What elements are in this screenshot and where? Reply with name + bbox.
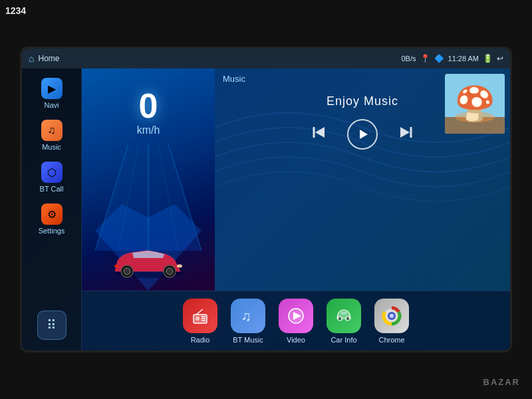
svg-point-36: [346, 317, 350, 321]
navi-icon: ▶: [41, 78, 63, 99]
home-icon: ⌂: [29, 53, 34, 64]
svg-point-19: [460, 87, 489, 108]
sidebar-item-music[interactable]: ♫ Music: [27, 116, 77, 155]
chrome-icon: [374, 299, 409, 333]
speedometer-panel: 0 km/h: [82, 68, 215, 291]
app-bt-music[interactable]: ♫ BT Music: [231, 299, 265, 344]
svg-point-18: [465, 86, 485, 99]
status-bar: ⌂ Home 0B/s 📍 🔷 11:28 AM 🔋 ↩: [22, 49, 510, 68]
sidebar-item-settings[interactable]: ⚙ Settings: [27, 200, 77, 239]
sidebar-music-label: Music: [42, 143, 61, 151]
svg-point-20: [455, 112, 495, 122]
apps-row: Radio ♫ BT Music: [82, 291, 510, 350]
app-radio[interactable]: Radio: [183, 299, 217, 344]
svg-marker-22: [315, 127, 325, 138]
bt-music-icon: ♫: [231, 299, 265, 333]
svg-point-16: [458, 87, 491, 111]
speed-data: 0B/s: [402, 55, 416, 63]
bt-icon: ⬡: [41, 162, 63, 183]
back-icon[interactable]: ↩: [497, 54, 503, 63]
svg-point-35: [338, 317, 342, 321]
status-left: ⌂ Home: [29, 53, 59, 64]
car-info-label: Car Info: [331, 336, 356, 344]
app-chrome[interactable]: Chrome: [374, 299, 409, 344]
svg-point-27: [196, 317, 200, 321]
gps-icon: 📍: [420, 54, 430, 63]
svg-point-40: [390, 314, 394, 318]
home-label: Home: [38, 54, 59, 63]
car-info-icon: [327, 299, 361, 333]
clock: 11:28 AM: [448, 55, 479, 63]
sidebar-bt-label: BT Call: [40, 185, 64, 193]
svg-line-31: [196, 309, 203, 315]
road-svg: [82, 144, 215, 251]
sidebar-bottom: ⠿: [37, 311, 66, 345]
svg-point-12: [114, 265, 118, 267]
svg-point-10: [166, 268, 173, 275]
svg-marker-25: [400, 127, 410, 138]
watermark: BAZAR: [483, 377, 521, 387]
top-row: 0 km/h: [82, 68, 510, 291]
battery-icon: 🔋: [483, 54, 493, 63]
sidebar-item-bt-call[interactable]: ⬡ BT Call: [27, 158, 77, 197]
play-button[interactable]: [347, 119, 378, 150]
status-right: 0B/s 📍 🔷 11:28 AM 🔋 ↩: [402, 54, 504, 63]
video-label: Video: [287, 336, 305, 344]
svg-point-11: [177, 265, 182, 268]
prev-button[interactable]: [310, 123, 329, 146]
sidebar-item-navi[interactable]: ▶ Navi: [27, 74, 77, 113]
car-screen: ⌂ Home 0B/s 📍 🔷 11:28 AM 🔋 ↩ ▶ Navi ♫ Mu…: [20, 47, 512, 352]
svg-rect-14: [445, 117, 505, 134]
bluetooth-icon: 🔷: [434, 54, 444, 63]
app-car-info[interactable]: Car Info: [327, 299, 361, 344]
sidebar-navi-label: Navi: [44, 101, 59, 109]
music-panel: Music: [215, 68, 510, 291]
app-video[interactable]: Video: [279, 299, 313, 344]
next-button[interactable]: [396, 123, 415, 146]
music-icon: ♫: [41, 120, 63, 141]
album-art: [445, 74, 505, 134]
svg-marker-23: [360, 130, 368, 139]
speed-value: 0: [139, 88, 158, 123]
svg-point-8: [124, 268, 130, 275]
sidebar: ▶ Navi ♫ Music ⬡ BT Call ⚙ Settings ⠿: [22, 68, 82, 350]
settings-icon: ⚙: [41, 203, 63, 225]
radio-label: Radio: [191, 336, 210, 344]
speed-unit: km/h: [137, 124, 160, 136]
radio-icon: [183, 299, 217, 333]
sidebar-settings-label: Settings: [39, 227, 65, 235]
bt-music-label: BT Music: [233, 336, 263, 344]
car-silhouette: [108, 246, 188, 285]
apps-grid-icon: ⠿: [47, 317, 57, 333]
svg-text:♫: ♫: [241, 309, 251, 323]
main-area: ▶ Navi ♫ Music ⬡ BT Call ⚙ Settings ⠿: [22, 68, 510, 350]
page-number: 1234: [5, 5, 26, 16]
video-icon: [279, 299, 313, 333]
svg-rect-15: [470, 100, 479, 120]
content-area: 0 km/h: [82, 68, 510, 350]
album-art-image: [445, 74, 505, 134]
svg-point-17: [462, 86, 488, 104]
all-apps-button[interactable]: ⠿: [37, 311, 66, 340]
chrome-label: Chrome: [378, 336, 404, 344]
